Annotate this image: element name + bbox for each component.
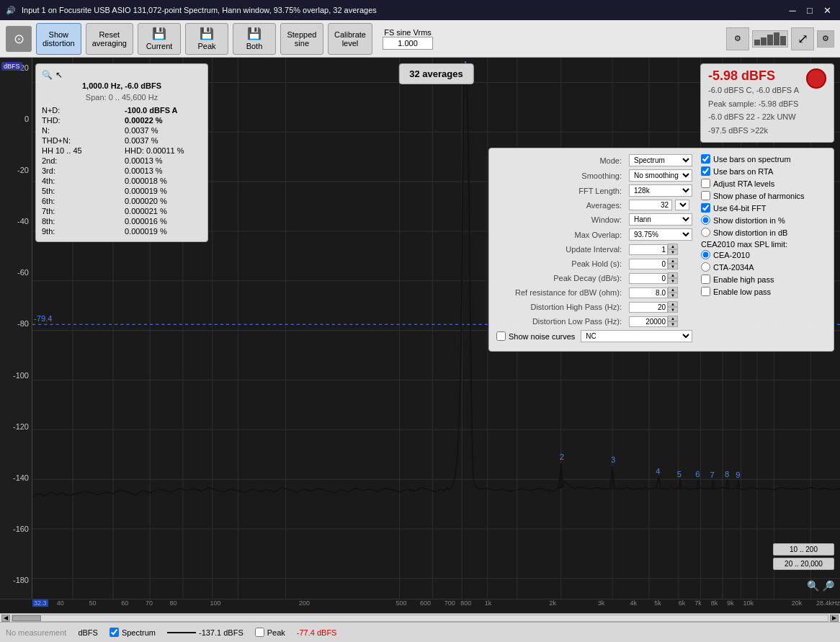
noise-curves-row: Show noise curves NC xyxy=(496,330,692,342)
show-dist-pct-radio[interactable] xyxy=(701,215,710,225)
cta2034-radio[interactable] xyxy=(701,262,710,272)
thd-label: THD: xyxy=(42,116,119,125)
scroll-right-button[interactable]: ▶ xyxy=(830,615,839,622)
zoom-icon[interactable]: 🔍 xyxy=(42,70,53,80)
move-icon[interactable]: ⤢ xyxy=(791,27,814,50)
noise-curves-checkbox[interactable] xyxy=(496,331,506,341)
show-distortion-button[interactable]: Show distortion xyxy=(36,23,81,55)
dist-low-pass-label: Distortion Low Pass (Hz): xyxy=(496,317,626,326)
cea2010-row: CEA-2010 xyxy=(701,250,826,259)
update-input[interactable] xyxy=(629,244,668,255)
save-both-button[interactable]: 💾 Both xyxy=(233,23,276,55)
h4-label: 4th: xyxy=(42,177,119,185)
dist-high-pass-down[interactable]: ▼ xyxy=(668,307,678,313)
peak-hold-input[interactable] xyxy=(629,259,668,269)
averages-input[interactable] xyxy=(629,200,672,210)
level-detail2: Peak sample: -5.98 dBFS xyxy=(708,97,799,111)
peak-level: -77.4 dBFS xyxy=(297,628,337,637)
noise-select[interactable]: NC xyxy=(581,330,692,342)
spectrum-checkbox[interactable] xyxy=(110,628,119,637)
zoom-in-icon[interactable]: 🔍 xyxy=(807,580,819,592)
vrms-input[interactable] xyxy=(383,37,433,50)
range-20-20000-button[interactable]: 20 .. 20,000 xyxy=(773,558,834,570)
minimize-button[interactable]: ─ xyxy=(785,3,800,17)
peak-decay-input[interactable] xyxy=(629,273,668,284)
x-label-1k: 1k xyxy=(485,599,492,607)
stepped-sine-button[interactable]: Stepped sine xyxy=(280,23,323,55)
dist-low-pass-down[interactable]: ▼ xyxy=(668,321,678,327)
peak-hold-spinner: ▲ ▼ xyxy=(629,258,678,269)
nd-label: N+D: xyxy=(42,106,119,115)
show-phase-checkbox[interactable] xyxy=(701,191,710,200)
update-down-button[interactable]: ▼ xyxy=(668,249,678,255)
overlap-select[interactable]: 93.75% xyxy=(629,228,692,241)
peak-status-checkbox[interactable] xyxy=(255,628,264,637)
enable-low-pass-label: Enable low pass xyxy=(713,287,771,296)
dist-high-pass-row: Distortion High Pass (Hz): ▲ ▼ xyxy=(496,301,692,313)
scroll-left-button[interactable]: ◀ xyxy=(1,615,10,622)
settings-icon[interactable]: ⚙ xyxy=(726,27,749,50)
enable-low-pass-checkbox[interactable] xyxy=(701,287,710,296)
cea2010-section-label: CEA2010 max SPL limit: xyxy=(701,240,826,249)
dist-high-pass-input[interactable] xyxy=(629,302,668,313)
use-bars-spectrum-checkbox[interactable] xyxy=(701,154,710,164)
scroll-track[interactable] xyxy=(12,615,828,622)
mode-select[interactable]: Spectrum xyxy=(629,154,692,166)
cea2010-radio[interactable] xyxy=(701,250,710,259)
peak-decay-up[interactable]: ▲ xyxy=(668,272,678,278)
vrms-section: FS sine Vrms xyxy=(383,28,433,50)
calibrate-level-button[interactable]: Calibrate level xyxy=(328,23,372,55)
adjust-rta-row: Adjust RTA levels xyxy=(701,179,826,188)
fft-row: FFT Length: 128k xyxy=(496,184,692,197)
adjust-rta-checkbox[interactable] xyxy=(701,179,710,188)
averages-dropdown[interactable]: ▼ xyxy=(675,200,689,210)
update-label: Update Interval: xyxy=(496,245,626,254)
ref-resistance-input[interactable] xyxy=(629,287,668,298)
level-detail4: -97.5 dBFS >22k xyxy=(708,124,799,138)
y-label-m100: -100 xyxy=(3,371,29,380)
dist-low-pass-up[interactable]: ▲ xyxy=(668,316,678,321)
enable-high-pass-checkbox[interactable] xyxy=(701,275,710,284)
x-label-6k: 6k xyxy=(679,599,686,607)
scroll-thumb[interactable] xyxy=(12,615,41,621)
use-64bit-checkbox[interactable] xyxy=(701,203,710,213)
ref-resistance-up[interactable]: ▲ xyxy=(668,287,678,293)
chart-canvas: -79.4 2 3 xyxy=(32,58,840,599)
peak-hold-up[interactable]: ▲ xyxy=(668,258,678,264)
h6-val: 0.000020 % xyxy=(125,197,202,205)
save-current-button[interactable]: 💾 Current xyxy=(138,23,181,55)
save-peak-button[interactable]: 💾 Peak xyxy=(185,23,228,55)
reset-averaging-button[interactable]: Reset averaging xyxy=(86,23,133,55)
ref-resistance-label: Ref resistance for dBW (ohm): xyxy=(496,288,626,297)
dist-low-pass-input[interactable] xyxy=(629,316,668,327)
stepped-sine-label: Stepped sine xyxy=(287,30,316,48)
range-10-200-button[interactable]: 10 .. 200 xyxy=(773,543,834,556)
peak-hold-down[interactable]: ▼ xyxy=(668,264,678,269)
h7-label: 7th: xyxy=(42,207,119,215)
y-unit-label[interactable]: dBFS xyxy=(1,62,22,71)
x-label-3k: 3k xyxy=(598,599,605,607)
use-bars-rta-checkbox[interactable] xyxy=(701,166,710,176)
ref-resistance-down[interactable]: ▼ xyxy=(668,293,678,298)
gear-icon[interactable]: ⚙ xyxy=(817,30,834,48)
zoom-out-icon[interactable]: 🔎 xyxy=(822,580,834,592)
smoothing-select[interactable]: No smoothing xyxy=(629,169,692,182)
show-dist-db-radio[interactable] xyxy=(701,228,710,237)
x-label-500: 500 xyxy=(396,599,406,607)
dbfs-label: dBFS xyxy=(78,628,98,637)
peak-decay-down[interactable]: ▼ xyxy=(668,278,678,284)
h4-val: 0.000018 % xyxy=(125,177,202,185)
window-select[interactable]: Hann xyxy=(629,213,692,226)
cursor-icon[interactable]: ↖ xyxy=(55,70,63,80)
update-up-button[interactable]: ▲ xyxy=(668,244,678,249)
dist-high-pass-up[interactable]: ▲ xyxy=(668,301,678,307)
use-bars-rta-label: Use bars on RTA xyxy=(713,167,773,176)
close-button[interactable]: ✕ xyxy=(820,3,834,17)
app-icon: 🔊 xyxy=(6,6,16,15)
h8-label: 8th: xyxy=(42,217,119,226)
maximize-button[interactable]: □ xyxy=(803,3,817,17)
h7-val: 0.000021 % xyxy=(125,207,202,215)
record-button[interactable] xyxy=(806,68,826,89)
spectrum-check-item: Spectrum xyxy=(110,628,156,637)
fft-select[interactable]: 128k xyxy=(629,184,692,197)
